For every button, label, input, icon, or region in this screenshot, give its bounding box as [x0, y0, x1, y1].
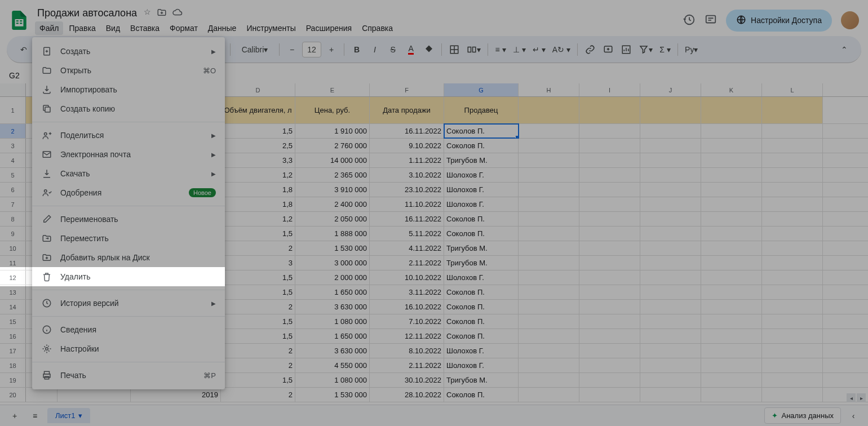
cell[interactable]: Соколов П.: [444, 227, 519, 241]
cell[interactable]: [519, 300, 579, 314]
sheet-tab[interactable]: Лист1 ▾: [47, 408, 90, 423]
row-header[interactable]: 16: [0, 329, 26, 343]
undo-button[interactable]: ↶: [16, 42, 32, 57]
cell[interactable]: [762, 270, 823, 285]
cell[interactable]: [640, 373, 701, 387]
cell[interactable]: [640, 314, 701, 329]
cell[interactable]: 2: [221, 358, 295, 372]
cell[interactable]: 1 080 000: [295, 373, 370, 387]
comment-button[interactable]: [600, 42, 616, 57]
scroll-right-button[interactable]: ▸: [857, 393, 866, 402]
cell[interactable]: [640, 183, 701, 197]
cell[interactable]: 2: [221, 300, 295, 314]
row-header[interactable]: 18: [0, 358, 26, 372]
cell[interactable]: 1,8: [221, 183, 295, 197]
cell[interactable]: [640, 270, 701, 285]
cell[interactable]: [579, 344, 640, 358]
col-header-L[interactable]: L: [762, 83, 823, 96]
cell[interactable]: [640, 168, 701, 182]
cell[interactable]: 2 365 000: [295, 168, 370, 182]
cell[interactable]: 2.11.2022: [370, 256, 444, 270]
strikethrough-button[interactable]: S: [385, 42, 401, 57]
move-folder-icon[interactable]: [157, 7, 167, 19]
cell[interactable]: [640, 285, 701, 299]
cell[interactable]: Шолохов Г.: [444, 183, 519, 197]
cell[interactable]: 1 530 000: [295, 241, 370, 255]
cell[interactable]: [519, 270, 579, 285]
cell[interactable]: 1,5: [221, 314, 295, 329]
cell[interactable]: [579, 153, 640, 167]
font-family-dropdown[interactable]: Calibri ▾: [235, 42, 274, 57]
cell[interactable]: [519, 344, 579, 358]
cell[interactable]: [579, 168, 640, 182]
cell[interactable]: [519, 358, 579, 372]
row-header[interactable]: 14: [0, 300, 26, 314]
col-header-F[interactable]: F: [370, 83, 444, 96]
cell[interactable]: [701, 241, 762, 255]
menu-item-print[interactable]: Печать⌘P: [32, 366, 225, 385]
cell[interactable]: 3.11.2022: [370, 285, 444, 299]
italic-button[interactable]: I: [367, 42, 383, 57]
row-header[interactable]: 9: [0, 227, 26, 241]
cell[interactable]: [579, 183, 640, 197]
user-avatar[interactable]: [841, 11, 859, 29]
document-title[interactable]: Продажи автосалона: [35, 6, 139, 20]
cell[interactable]: [640, 329, 701, 343]
borders-button[interactable]: [446, 42, 462, 57]
history-icon[interactable]: [683, 14, 696, 28]
share-button[interactable]: Настройки Доступа: [726, 10, 832, 32]
menu-расширения[interactable]: Расширения: [302, 21, 356, 35]
cell[interactable]: [701, 212, 762, 226]
col-header-D[interactable]: D: [221, 83, 295, 96]
cell[interactable]: [519, 388, 579, 402]
cell[interactable]: 10.10.2022: [370, 270, 444, 285]
cell[interactable]: [762, 256, 823, 270]
cell[interactable]: 1 910 000: [295, 124, 370, 138]
cell[interactable]: [579, 329, 640, 343]
header-cell-J[interactable]: [640, 97, 701, 123]
cell[interactable]: [701, 388, 762, 402]
cell[interactable]: [701, 197, 762, 211]
cell[interactable]: [519, 197, 579, 211]
menu-вид[interactable]: Вид: [101, 21, 125, 35]
increase-font-button[interactable]: +: [324, 42, 339, 57]
cell[interactable]: [762, 183, 823, 197]
cell[interactable]: Шолохов Г.: [444, 344, 519, 358]
fill-color-button[interactable]: [421, 42, 437, 57]
menu-item-import[interactable]: Импортировать: [32, 80, 225, 99]
cell[interactable]: 4 550 000: [295, 358, 370, 372]
cell[interactable]: 1,5: [221, 227, 295, 241]
menu-вставка[interactable]: Вставка: [126, 21, 164, 35]
star-icon[interactable]: ☆: [144, 7, 151, 19]
cell[interactable]: [579, 212, 640, 226]
header-cell-H[interactable]: [519, 97, 579, 123]
menu-item-download[interactable]: Скачать▶: [32, 164, 225, 183]
cell[interactable]: [26, 388, 57, 402]
select-all-corner[interactable]: [0, 83, 26, 96]
cell[interactable]: [579, 300, 640, 314]
cell[interactable]: 3 630 000: [295, 344, 370, 358]
cell[interactable]: [519, 153, 579, 167]
cell[interactable]: 2 050 000: [295, 212, 370, 226]
cell[interactable]: 3.10.2022: [370, 168, 444, 182]
cell[interactable]: [579, 373, 640, 387]
row-header[interactable]: 2: [0, 124, 26, 138]
cell[interactable]: [762, 168, 823, 182]
cell[interactable]: 30.10.2022: [370, 373, 444, 387]
cell[interactable]: [579, 197, 640, 211]
cell[interactable]: [701, 124, 762, 138]
cell[interactable]: [640, 256, 701, 270]
cell[interactable]: [701, 314, 762, 329]
cell[interactable]: [519, 168, 579, 182]
cell[interactable]: [519, 183, 579, 197]
header-cell-K[interactable]: [701, 97, 762, 123]
link-button[interactable]: [582, 42, 598, 57]
row-header[interactable]: 13: [0, 285, 26, 299]
cell[interactable]: [519, 241, 579, 255]
filter-button[interactable]: ▾: [636, 42, 655, 57]
cell[interactable]: [640, 197, 701, 211]
menu-item-info[interactable]: Сведения: [32, 320, 225, 339]
expand-toolbar-button[interactable]: ⌃: [836, 42, 852, 57]
cell[interactable]: [701, 285, 762, 299]
cell[interactable]: Шолохов Г.: [444, 197, 519, 211]
